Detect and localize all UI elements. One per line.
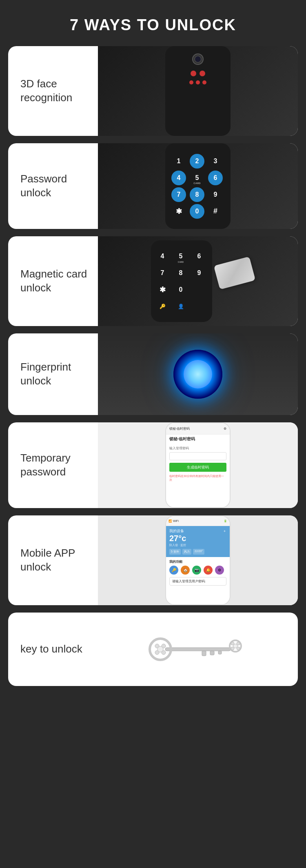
card-visual-app: 📶 WiFi 🔋 我的设备 ＋ 27°c 防入侵 · 监控 5 室外 风力 22…	[98, 515, 298, 605]
temp-input-box	[169, 452, 226, 460]
app-section-title: 我的功能	[169, 559, 226, 564]
face-dot2-1	[189, 80, 193, 84]
card-label-temp: Temporarypassword	[8, 443, 98, 487]
key-4: 4	[171, 171, 186, 185]
temp-generate-btn: 生成临时密码	[169, 463, 226, 472]
key2-9: 9	[192, 266, 206, 280]
svg-rect-9	[218, 651, 222, 654]
key2-star: ✱	[155, 282, 170, 297]
temp-bar-title: 锁秘·临时密码	[169, 426, 190, 431]
card-magnetic-unlock: Magnetic cardunlock 4 5 CARD 6 7 8 9 ✱ 0	[8, 236, 298, 326]
face-dot2-3	[202, 80, 206, 84]
app-stats: 5 室外 风力 22/20°	[169, 549, 226, 555]
keypad-phone2: 4 5 CARD 6 7 8 9 ✱ 0 🔑 👤	[151, 240, 212, 322]
temp-phone: 锁秘·临时密码 ⚙ 锁秘·临时密码 输入管理密码 生成临时密码 临时密码在30分…	[165, 422, 231, 508]
key2-8: 8	[173, 266, 188, 280]
card-visual-password: 1 2 3 4 5 CARD 6 7 8 9 ✱ 0 #	[98, 143, 298, 229]
card-password-unlock: Passwordunlock 1 2 3 4 5 CARD 6 7 8 9	[8, 143, 298, 229]
app-phone: 📶 WiFi 🔋 我的设备 ＋ 27°c 防入侵 · 监控 5 室外 风力 22…	[165, 515, 231, 605]
card-label-fingerprint: Fingerprintunlock	[8, 352, 98, 396]
key2-7: 7	[155, 266, 170, 280]
key-9: 9	[208, 187, 223, 202]
key-5: 5 CARD	[190, 171, 204, 185]
key2-0: 0	[173, 282, 188, 297]
app-status: 防入侵 · 监控	[169, 543, 226, 547]
face-phone	[165, 46, 231, 136]
card-visual-fingerprint	[98, 333, 298, 415]
key2-4: 4	[155, 249, 170, 264]
app-icon-5: ⚙	[215, 566, 224, 575]
app-temperature: 27°c	[169, 534, 226, 543]
key2-icon2: 👤	[173, 299, 188, 314]
app-icon-4: 🔔	[204, 566, 213, 575]
key2-empty	[192, 282, 206, 297]
camera-icon	[192, 53, 204, 65]
svg-point-15	[233, 644, 237, 648]
app-header-plus: ＋	[223, 528, 226, 534]
card-mobile-app: Mobile APPunlock 📶 WiFi 🔋 我的设备 ＋ 27°c 防入…	[8, 515, 298, 605]
card-label-key: key to unlock	[8, 634, 98, 664]
card-visual-magnetic: 4 5 CARD 6 7 8 9 ✱ 0 🔑 👤	[98, 236, 298, 326]
card-fingerprint-unlock: Fingerprintunlock	[8, 333, 298, 415]
key-3: 3	[208, 154, 223, 169]
face-dot-2	[200, 71, 205, 76]
key-0: 0	[190, 204, 204, 219]
key2-6: 6	[192, 249, 206, 264]
key-8: 8	[190, 187, 204, 202]
face-dot-1	[191, 71, 196, 76]
app-icon-1: 🔑	[169, 566, 178, 575]
key-star: ✱	[171, 204, 186, 219]
temp-phone-bar: 锁秘·临时密码 ⚙	[166, 423, 230, 435]
page-title: 7 WAYS TO UNLOCK	[70, 16, 236, 34]
card-visual-face	[98, 46, 298, 136]
face-dot2-2	[196, 80, 200, 84]
keypad-grid: 1 2 3 4 5 CARD 6 7 8 9 ✱ 0 #	[171, 154, 224, 219]
app-body: 我的功能 🔑 🏠 📷 🔔 ⚙ 请输入管理员用户密码:	[166, 557, 230, 604]
temp-note: 临时密码在30分钟内有效时间内只能使用一次	[169, 474, 226, 482]
app-password-box: 请输入管理员用户密码:	[169, 577, 226, 586]
key-svg	[141, 633, 255, 666]
key2-empty2	[192, 299, 206, 314]
card-visual-key	[98, 613, 298, 686]
key-1: 1	[171, 154, 186, 169]
temp-phone-title: 锁秘·临时密码	[166, 435, 230, 444]
card-visual-temp: 锁秘·临时密码 ⚙ 锁秘·临时密码 输入管理密码 生成临时密码 临时密码在30分…	[98, 422, 298, 508]
key-7: 7	[171, 187, 186, 202]
svg-rect-7	[202, 651, 206, 656]
card-label-app: Mobile APPunlock	[8, 538, 98, 582]
app-phone-bar: 📶 WiFi 🔋	[166, 516, 230, 526]
card-label-password: Passwordunlock	[8, 164, 98, 208]
face-dots	[191, 71, 205, 76]
key2-5: 5 CARD	[173, 249, 188, 264]
key2-icon1: 🔑	[155, 299, 170, 314]
key-2: 2	[190, 154, 204, 169]
app-header-title: 我的设备	[169, 528, 184, 534]
app-icon-2: 🏠	[181, 566, 190, 575]
key-hash: #	[208, 204, 223, 219]
key-6: 6	[208, 171, 223, 185]
card-label-magnetic: Magnetic cardunlock	[8, 259, 98, 303]
app-icon-3: 📷	[192, 566, 201, 575]
temp-phone-content: 输入管理密码 生成临时密码 临时密码在30分钟内有效时间内只能使用一次	[166, 444, 230, 507]
fingerprint-inner	[184, 360, 212, 388]
app-phone-header: 我的设备 ＋ 27°c 防入侵 · 监控 5 室外 风力 22/20°	[166, 526, 230, 557]
card-face-recognition: 3D face recognition	[8, 46, 298, 136]
card-temp-password: Temporarypassword 锁秘·临时密码 ⚙ 锁秘·临时密码 输入管理…	[8, 422, 298, 508]
keypad-phone: 1 2 3 4 5 CARD 6 7 8 9 ✱ 0 #	[165, 143, 231, 229]
app-icons-row: 🔑 🏠 📷 🔔 ⚙	[169, 566, 226, 575]
card-label-face: 3D face recognition	[8, 69, 98, 113]
temp-bar-icons: ⚙	[224, 427, 226, 431]
svg-point-6	[157, 646, 163, 652]
card-key-unlock: key to unlock	[8, 613, 298, 686]
magnetic-visual: 4 5 CARD 6 7 8 9 ✱ 0 🔑 👤	[151, 244, 249, 318]
face-dots-2	[189, 80, 206, 84]
magnetic-card	[214, 256, 255, 289]
keypad-grid2: 4 5 CARD 6 7 8 9 ✱ 0 🔑 👤	[155, 249, 208, 314]
svg-rect-8	[210, 651, 214, 655]
temp-input-label: 输入管理密码	[169, 446, 226, 451]
fingerprint-glow	[173, 350, 222, 399]
svg-rect-0	[165, 648, 231, 651]
